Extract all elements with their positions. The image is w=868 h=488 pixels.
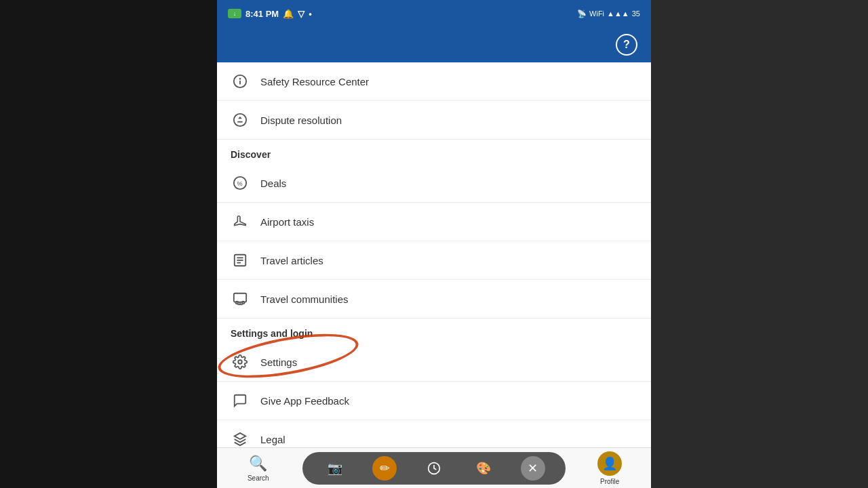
annotation-toolbar: 🔍 Search 📷 ✏ 🎨 ✕ 👤 Profile xyxy=(217,447,651,488)
pencil-tool-button[interactable]: ✏ xyxy=(372,456,397,481)
battery-icon: ↓ xyxy=(228,9,241,18)
toolbar-center: 📷 ✏ 🎨 ✕ xyxy=(302,452,566,485)
communities-label: Travel communities xyxy=(260,293,348,305)
dispute-label: Dispute resolution xyxy=(260,115,342,126)
nav-profile[interactable]: 👤 Profile xyxy=(568,451,651,485)
svg-point-3 xyxy=(234,114,246,126)
dot-indicator: • xyxy=(309,9,312,19)
nav-search[interactable]: 🔍 Search xyxy=(217,455,300,482)
wifi-down-icon: ▽ xyxy=(298,9,304,19)
menu-item-airport[interactable]: Airport taxis xyxy=(217,203,651,241)
status-bar: ↓ 8:41 PM 🔔 ▽ • 📡 WiFi ▲▲▲ 35 xyxy=(217,0,651,27)
search-icon: 🔍 xyxy=(249,455,267,472)
profile-avatar: 👤 xyxy=(597,451,622,476)
articles-label: Travel articles xyxy=(260,255,323,266)
profile-label: Profile xyxy=(600,478,619,485)
section-settings: Settings and login xyxy=(217,319,651,343)
communities-icon xyxy=(231,289,250,308)
svg-text:%: % xyxy=(237,180,242,187)
svg-rect-11 xyxy=(234,293,246,302)
phone-container: ↓ 8:41 PM 🔔 ▽ • 📡 WiFi ▲▲▲ 35 ? xyxy=(217,0,651,488)
settings-label: Settings xyxy=(260,357,297,368)
feedback-icon xyxy=(231,391,250,410)
menu-panel: Safety Resource Center Dispute resolutio… xyxy=(217,62,651,447)
airport-icon xyxy=(231,212,250,231)
menu-item-articles[interactable]: Travel articles xyxy=(217,241,651,280)
menu-item-communities[interactable]: Travel communities xyxy=(217,280,651,319)
articles-icon xyxy=(231,251,250,270)
signal-bars: ▲▲▲ xyxy=(607,9,629,18)
deals-label: Deals xyxy=(260,178,286,189)
legal-icon xyxy=(231,430,250,447)
svg-point-1 xyxy=(240,79,241,79)
help-button[interactable]: ? xyxy=(616,34,637,56)
palette-tool-button[interactable]: 🎨 xyxy=(471,456,496,481)
feedback-label: Give App Feedback xyxy=(260,395,349,407)
battery-percent: 35 xyxy=(632,9,640,18)
app-header: ? xyxy=(217,27,651,62)
status-left: ↓ 8:41 PM 🔔 ▽ • xyxy=(228,9,312,19)
wifi-icon: WiFi xyxy=(589,9,604,18)
menu-item-settings[interactable]: Settings xyxy=(217,343,651,382)
safety-label: Safety Resource Center xyxy=(260,76,369,87)
search-label: Search xyxy=(248,474,269,482)
airport-label: Airport taxis xyxy=(260,216,314,228)
close-tool-button[interactable]: ✕ xyxy=(521,456,545,481)
cast-icon: 📡 xyxy=(577,9,587,18)
safety-icon xyxy=(231,72,250,91)
menu-item-safety[interactable]: Safety Resource Center xyxy=(217,62,651,101)
camera-tool-button[interactable]: 📷 xyxy=(323,456,347,481)
menu-item-dispute[interactable]: Dispute resolution xyxy=(217,101,651,140)
dispute-icon xyxy=(231,110,250,129)
svg-point-16 xyxy=(238,360,242,364)
menu-item-deals[interactable]: % Deals xyxy=(217,164,651,203)
settings-icon xyxy=(231,352,250,371)
status-right: 📡 WiFi ▲▲▲ 35 xyxy=(577,9,640,18)
menu-item-legal[interactable]: Legal xyxy=(217,420,651,447)
status-time: 8:41 PM xyxy=(245,9,279,19)
bookings-tool-button[interactable] xyxy=(422,456,446,481)
section-discover: Discover xyxy=(217,140,651,164)
signal-icon: 🔔 xyxy=(283,9,294,19)
legal-label: Legal xyxy=(260,434,285,445)
menu-item-feedback[interactable]: Give App Feedback xyxy=(217,382,651,420)
deals-icon: % xyxy=(231,174,250,192)
